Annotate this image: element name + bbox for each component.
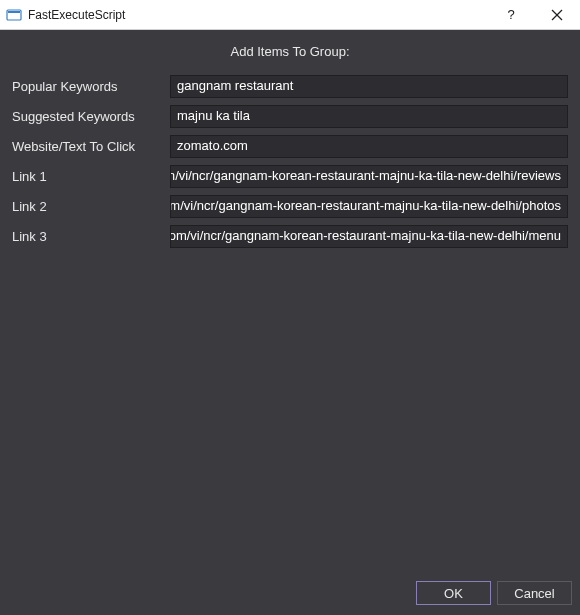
- help-button[interactable]: ?: [488, 0, 534, 30]
- label-link-2: Link 2: [12, 199, 170, 214]
- input-popular-keywords[interactable]: gangnam restaurant: [170, 75, 568, 98]
- label-popular-keywords: Popular Keywords: [12, 79, 170, 94]
- row-suggested-keywords: Suggested Keywords majnu ka tila: [12, 105, 568, 128]
- input-link-3[interactable]: .com/vi/ncr/gangnam-korean-restaurant-ma…: [170, 225, 568, 248]
- row-website-text: Website/Text To Click zomato.com: [12, 135, 568, 158]
- close-icon: [551, 9, 563, 21]
- svg-rect-1: [8, 11, 20, 13]
- titlebar: FastExecuteScript ?: [0, 0, 580, 30]
- ok-button[interactable]: OK: [416, 581, 491, 605]
- row-link-2: Link 2 :om/vi/ncr/gangnam-korean-restaur…: [12, 195, 568, 218]
- dialog-content: Add Items To Group: Popular Keywords gan…: [0, 30, 580, 571]
- row-link-1: Link 1 om/vi/ncr/gangnam-korean-restaura…: [12, 165, 568, 188]
- app-icon: [6, 7, 22, 23]
- label-link-3: Link 3: [12, 229, 170, 244]
- input-link-2[interactable]: :om/vi/ncr/gangnam-korean-restaurant-maj…: [170, 195, 568, 218]
- form-rows: Popular Keywords gangnam restaurant Sugg…: [12, 75, 568, 248]
- window-title: FastExecuteScript: [28, 8, 488, 22]
- input-link-1[interactable]: om/vi/ncr/gangnam-korean-restaurant-majn…: [170, 165, 568, 188]
- input-suggested-keywords[interactable]: majnu ka tila: [170, 105, 568, 128]
- dialog-heading: Add Items To Group:: [12, 44, 568, 59]
- label-link-1: Link 1: [12, 169, 170, 184]
- row-link-3: Link 3 .com/vi/ncr/gangnam-korean-restau…: [12, 225, 568, 248]
- cancel-button[interactable]: Cancel: [497, 581, 572, 605]
- label-website-text: Website/Text To Click: [12, 139, 170, 154]
- close-button[interactable]: [534, 0, 580, 30]
- dialog-footer: OK Cancel: [0, 571, 580, 615]
- label-suggested-keywords: Suggested Keywords: [12, 109, 170, 124]
- row-popular-keywords: Popular Keywords gangnam restaurant: [12, 75, 568, 98]
- input-website-text[interactable]: zomato.com: [170, 135, 568, 158]
